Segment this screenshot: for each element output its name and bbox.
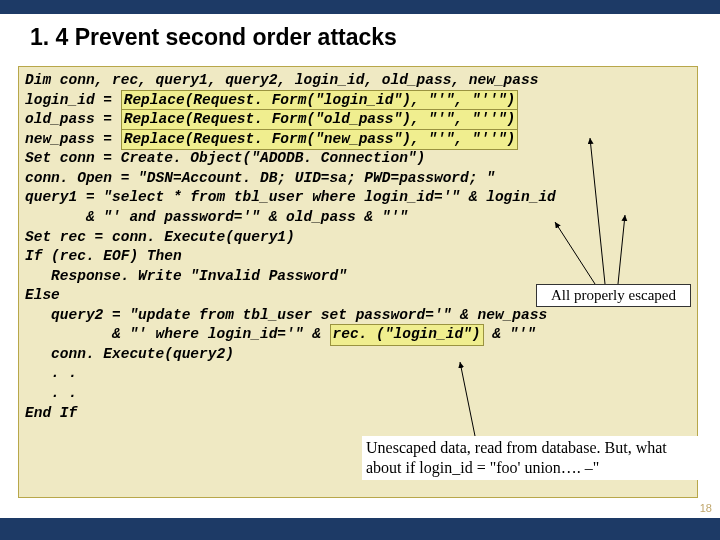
code-line: . . — [25, 385, 77, 401]
code-line: Set rec = conn. Execute(query1) — [25, 229, 295, 245]
bottom-bar — [0, 518, 720, 540]
code-line: conn. Execute(query2) — [25, 346, 234, 362]
top-bar — [0, 0, 720, 14]
code-line: old_pass = — [25, 111, 121, 127]
highlight-replace-newpass: Replace(Request. Form("new_pass"), "'", … — [121, 129, 519, 151]
code-line: & "'" — [484, 326, 536, 342]
code-block: Dim conn, rec, query1, query2, login_id,… — [18, 66, 698, 498]
code-line: Else — [25, 287, 60, 303]
code-line: login_id = — [25, 92, 121, 108]
code-line: query2 = "update from tbl_user set passw… — [25, 307, 547, 323]
callout-escaped: All properly escaped — [536, 284, 691, 307]
code-line: Dim conn, rec, query1, query2, login_id,… — [25, 72, 538, 88]
code-line: & "' where login_id='" & — [25, 326, 330, 342]
highlight-replace-oldpass: Replace(Request. Form("old_pass"), "'", … — [121, 109, 519, 131]
callout-unescaped: Unescaped data, read from database. But,… — [362, 436, 700, 480]
code-line: Response. Write "Invalid Password" — [25, 268, 347, 284]
code-line: conn. Open = "DSN=Account. DB; UID=sa; P… — [25, 170, 495, 186]
code-line: & "' and password='" & old_pass & "'" — [25, 209, 408, 225]
page-number: 18 — [700, 502, 712, 514]
code-line: new_pass = — [25, 131, 121, 147]
highlight-replace-login: Replace(Request. Form("login_id"), "'", … — [121, 90, 519, 112]
code-line: . . — [25, 365, 77, 381]
code-line: End If — [25, 405, 77, 421]
code-line: Set conn = Create. Object("ADODB. Connec… — [25, 150, 425, 166]
code-line: query1 = "select * from tbl_user where l… — [25, 189, 556, 205]
code-line: If (rec. EOF) Then — [25, 248, 182, 264]
slide-title: 1. 4 Prevent second order attacks — [30, 24, 720, 51]
highlight-rec-loginid: rec. ("login_id") — [330, 324, 484, 346]
